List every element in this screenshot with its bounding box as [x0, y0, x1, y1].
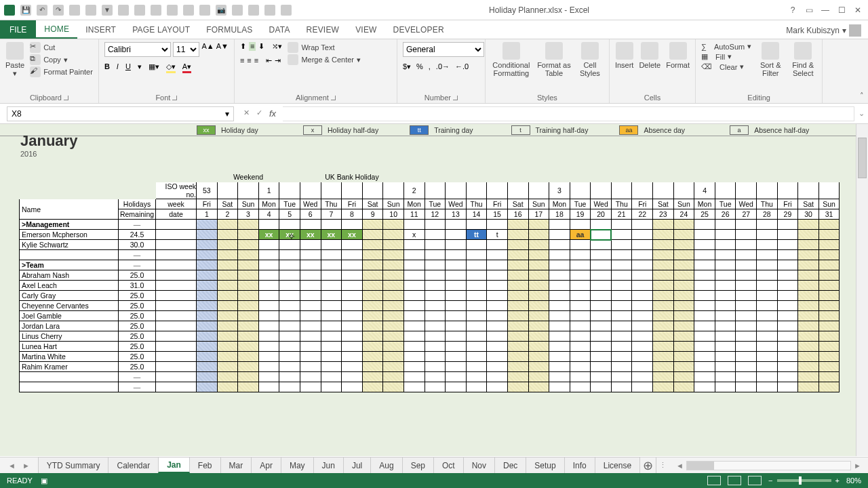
- cell[interactable]: [570, 270, 591, 281]
- cell[interactable]: [611, 220, 632, 230]
- cell[interactable]: [487, 270, 508, 281]
- cell[interactable]: [777, 281, 798, 291]
- cell[interactable]: [736, 281, 757, 291]
- cell[interactable]: [362, 331, 383, 342]
- cell[interactable]: [777, 260, 798, 270]
- cell[interactable]: [694, 321, 715, 331]
- align-right-icon[interactable]: ≡: [254, 56, 258, 65]
- cell[interactable]: [798, 291, 819, 301]
- cell[interactable]: [757, 342, 778, 352]
- cell[interactable]: [383, 382, 404, 392]
- cell[interactable]: [570, 331, 591, 342]
- cell[interactable]: [217, 291, 238, 301]
- cell[interactable]: [156, 311, 197, 321]
- cell[interactable]: [258, 311, 279, 321]
- header-date-num[interactable]: 30: [798, 209, 819, 220]
- cell[interactable]: [694, 291, 715, 301]
- cell[interactable]: [321, 331, 342, 342]
- cell[interactable]: [528, 372, 549, 382]
- person-name[interactable]: Axel Leach: [20, 281, 119, 291]
- undo-icon[interactable]: ↶: [37, 5, 47, 16]
- cell[interactable]: [818, 230, 840, 240]
- new-sheet-button[interactable]: ⊕: [639, 458, 656, 473]
- cell[interactable]: [528, 301, 549, 311]
- maximize-icon[interactable]: ☐: [837, 5, 846, 15]
- cell[interactable]: [487, 342, 508, 352]
- orientation-icon[interactable]: ⤭▾: [272, 42, 282, 51]
- cell[interactable]: [279, 342, 300, 352]
- cell[interactable]: [611, 230, 632, 240]
- cell[interactable]: [238, 372, 259, 382]
- cell[interactable]: [238, 331, 259, 342]
- cell[interactable]: [156, 230, 197, 240]
- cell[interactable]: [403, 250, 425, 260]
- cell[interactable]: [446, 311, 467, 321]
- dialog-launcher-icon[interactable]: [331, 96, 336, 100]
- cell[interactable]: [342, 270, 363, 281]
- header-day[interactable]: Fri: [632, 199, 653, 209]
- group-row-name[interactable]: >Management: [20, 220, 119, 230]
- signed-in-user[interactable]: Mark Kubiszyn▾: [786, 24, 861, 37]
- sheet-tab-jul[interactable]: Jul: [343, 457, 371, 473]
- comma-format-icon[interactable]: ,: [429, 62, 431, 71]
- header-date-num[interactable]: 17: [528, 209, 549, 220]
- sheet-tab-license[interactable]: License: [595, 457, 640, 473]
- header-day[interactable]: Wed: [300, 199, 321, 209]
- cell[interactable]: [818, 331, 840, 342]
- cell[interactable]: [736, 372, 757, 382]
- cell[interactable]: [217, 220, 238, 230]
- cell[interactable]: [362, 342, 383, 352]
- cell[interactable]: [197, 260, 218, 270]
- header-date-num[interactable]: 24: [673, 209, 694, 220]
- cell[interactable]: [549, 301, 570, 311]
- holidays-remaining[interactable]: —: [119, 250, 156, 260]
- format-painter-button[interactable]: 🖌Format Painter: [30, 66, 93, 77]
- cell[interactable]: [507, 311, 528, 321]
- header-date-num[interactable]: 22: [632, 209, 653, 220]
- cell[interactable]: [383, 342, 404, 352]
- header-day[interactable]: Thu: [611, 199, 632, 209]
- cell[interactable]: [321, 281, 342, 291]
- cell[interactable]: [611, 250, 632, 260]
- cell[interactable]: [383, 372, 404, 382]
- qat-icon[interactable]: [248, 5, 259, 16]
- cell[interactable]: [591, 342, 612, 352]
- header-day[interactable]: Tue: [425, 199, 446, 209]
- cell[interactable]: [798, 250, 819, 260]
- cell[interactable]: [425, 240, 446, 250]
- header-date-num[interactable]: 5: [279, 209, 300, 220]
- sheet-tab-nov[interactable]: Nov: [463, 457, 495, 473]
- cell[interactable]: [238, 291, 259, 301]
- cell[interactable]: [466, 220, 487, 230]
- dialog-launcher-icon[interactable]: [64, 96, 68, 100]
- cell[interactable]: [528, 260, 549, 270]
- cell[interactable]: [591, 270, 612, 281]
- cell[interactable]: [487, 291, 508, 301]
- cell[interactable]: [715, 240, 736, 250]
- cell[interactable]: [403, 291, 425, 301]
- cell[interactable]: [466, 311, 487, 321]
- cell[interactable]: [736, 230, 757, 240]
- cell[interactable]: [528, 311, 549, 321]
- cell[interactable]: [673, 281, 694, 291]
- cell[interactable]: [694, 230, 715, 240]
- cell[interactable]: [446, 321, 467, 331]
- page-break-view-icon[interactable]: [748, 476, 762, 485]
- iso-week-number[interactable]: 1: [258, 182, 279, 199]
- cell[interactable]: [487, 182, 508, 199]
- accounting-format-icon[interactable]: $▾: [403, 62, 411, 71]
- cell[interactable]: [342, 260, 363, 270]
- cell[interactable]: [362, 291, 383, 301]
- cell[interactable]: [777, 270, 798, 281]
- holidays-remaining[interactable]: 31.0: [119, 281, 156, 291]
- cell[interactable]: [757, 291, 778, 301]
- cell[interactable]: [279, 301, 300, 311]
- holidays-remaining[interactable]: —: [119, 220, 156, 230]
- minimize-icon[interactable]: —: [821, 5, 830, 15]
- cell[interactable]: [777, 331, 798, 342]
- cell[interactable]: [632, 362, 653, 372]
- cell[interactable]: [383, 311, 404, 321]
- cell[interactable]: [300, 362, 321, 372]
- cell[interactable]: [507, 240, 528, 250]
- cell[interactable]: [798, 362, 819, 372]
